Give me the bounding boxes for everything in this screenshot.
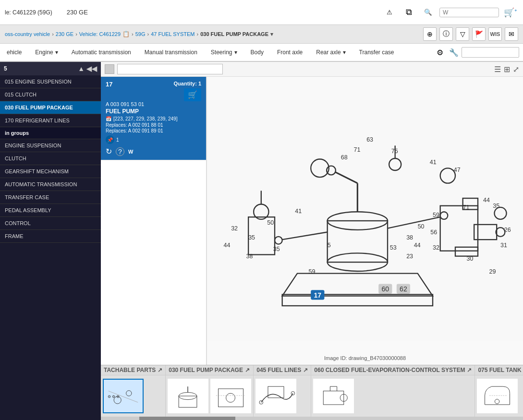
tab-search[interactable] <box>462 47 519 58</box>
tab-manual-transmission[interactable]: Manual transmission <box>138 45 204 60</box>
sidebar-item-clutch[interactable]: 015 CLUTCH <box>0 88 101 101</box>
svg-text:63: 63 <box>366 137 373 144</box>
cart-icon-button[interactable]: 🛒+ <box>503 5 518 20</box>
sidebar-group-gearshift[interactable]: GEARSHIFT MECHANISM <box>0 165 101 178</box>
tab-body[interactable]: Body <box>244 45 270 60</box>
thumb-img-ventilation-1[interactable] <box>477 379 518 413</box>
dropdown-icon[interactable]: ▾ <box>270 31 273 37</box>
tab-vehicle[interactable]: ehicle <box>0 45 28 60</box>
svg-text:71: 71 <box>354 146 361 153</box>
tab-steering[interactable]: Steering ▾ <box>204 45 244 60</box>
sidebar-group-clutch[interactable]: CLUTCH <box>0 152 101 165</box>
sidebar-collapse-up[interactable]: ▲ <box>78 65 85 72</box>
breadcrumb-current: 030 FUEL PUMP PACKAGE ▾ <box>200 31 273 37</box>
thumb-img-fuel-lines-1[interactable] <box>255 379 296 413</box>
thumb-img-fuel-pump-2[interactable] <box>210 379 251 413</box>
mail-button[interactable]: ✉ <box>505 27 518 41</box>
calendar-icon: 📅 <box>106 116 111 121</box>
list-view-icon[interactable]: ☰ <box>494 65 501 74</box>
parts-color-swatch <box>105 64 114 74</box>
info-button[interactable]: ⓘ <box>439 27 453 41</box>
grid-view-icon[interactable]: ⊞ <box>504 65 510 74</box>
top-bar: le: C461229 (59G) 230 GE ⚠ ⧉ 🔍 🛒+ <box>0 0 523 25</box>
thumb-external-link-1[interactable]: ↗ <box>158 367 162 373</box>
part-code: A 003 091 53 01 <box>106 101 201 107</box>
tab-automatic-transmission[interactable]: Automatic transmission <box>65 45 138 60</box>
svg-text:50: 50 <box>267 219 274 226</box>
sidebar-items: 015 ENGINE SUSPENSION 015 CLUTCH 030 FUE… <box>0 75 101 420</box>
search-icon-button[interactable]: 🔍 <box>420 5 436 20</box>
thumb-img-evaporation-1[interactable] <box>313 379 354 413</box>
breadcrumb-cross-country[interactable]: oss-country vehicle <box>5 31 50 37</box>
thumb-images-evaporation <box>311 375 474 417</box>
tab-transfer-case[interactable]: Transfer case <box>353 45 401 60</box>
expand-icon[interactable]: ⤢ <box>513 65 519 74</box>
tab-front-axle[interactable]: Front axle <box>270 45 309 60</box>
sidebar-group-frame[interactable]: FRAME <box>0 230 101 243</box>
tab-engine[interactable]: Engine ▾ <box>28 45 64 60</box>
breadcrumb-59g[interactable]: 59G <box>135 31 146 37</box>
thumb-img-fuel-pump-1[interactable] <box>168 379 208 413</box>
warning-icon-button[interactable]: ⚠ <box>382 5 397 20</box>
thumb-images-attachable: ⚙ ⚙ ⚙ <box>101 375 165 417</box>
gear-icon[interactable]: ⚙ <box>434 48 446 57</box>
sidebar-group-pedal[interactable]: PEDAL ASSEMBLY <box>0 204 101 217</box>
sidebar-group-engine-suspension[interactable]: ENGINE SUSPENSION <box>0 139 101 152</box>
zoom-in-button[interactable]: ⊕ <box>423 27 437 41</box>
parts-list: 17 Quantity: 1 🛒 A 003 091 53 01 FUEL PU… <box>101 77 207 365</box>
thumb-img-attachable-1[interactable]: ⚙ ⚙ ⚙ <box>103 379 144 413</box>
tab-rear-axle[interactable]: Rear axle ▾ <box>309 45 352 60</box>
refresh-icon[interactable]: ↻ <box>106 147 112 156</box>
diagram-area: 68 71 75 63 41 47 44 35 26 31 30 29 32 2… <box>207 77 523 365</box>
svg-text:44: 44 <box>414 242 421 249</box>
rear-axle-dropdown-icon: ▾ <box>343 49 346 56</box>
breadcrumb: oss-country vehicle › 230 GE › Vehicle: … <box>0 25 523 44</box>
breadcrumb-230ge[interactable]: 230 GE <box>56 31 73 37</box>
svg-text:60: 60 <box>381 285 389 293</box>
flag-button[interactable]: 🚩 <box>472 27 486 41</box>
svg-text:26: 26 <box>504 227 511 234</box>
svg-text:47: 47 <box>454 167 461 173</box>
breadcrumb-fuel-system[interactable]: 47 FUEL SYSTEM <box>151 31 195 37</box>
h-scrollbar[interactable] <box>101 417 523 420</box>
sidebar-item-refrigerant[interactable]: 170 REFRIGERANT LINES <box>0 114 101 127</box>
bottom-thumbnails-bar: TACHABLE PARTS ↗ ⚙ ⚙ ⚙ 030 FUEL PUMP PAC… <box>101 365 523 417</box>
thumb-label-attachable: TACHABLE PARTS ↗ <box>101 365 165 375</box>
sidebar-group-auto-transmission[interactable]: AUTOMATIC TRANSMISSION <box>0 178 101 191</box>
sidebar-item-engine-suspension[interactable]: 015 ENGINE SUSPENSION <box>0 75 101 88</box>
filter-button[interactable]: ▽ <box>456 27 469 41</box>
warning-icon: ⚠ <box>387 9 392 16</box>
tools-icon[interactable]: 🔧 <box>446 48 462 57</box>
part-replaces-1: Replaces: A 002 091 88 01 <box>106 122 201 128</box>
svg-rect-74 <box>257 380 295 412</box>
thumb-external-link-3[interactable]: ↗ <box>303 367 308 373</box>
parts-search-input[interactable] <box>117 64 223 74</box>
thumb-group-ventilation: 075 FUEL TANK VENTILAT <box>475 365 523 417</box>
tab-search-input[interactable] <box>462 47 519 58</box>
thumb-images-fuel-pump <box>166 375 253 417</box>
sidebar-group-control[interactable]: CONTROL <box>0 217 101 230</box>
copy-icon-button[interactable]: ⧉ <box>401 5 416 20</box>
svg-text:31: 31 <box>500 242 507 249</box>
sidebar-item-fuel-pump[interactable]: 030 FUEL PUMP PACKAGE <box>0 101 101 114</box>
help-icon[interactable]: ? <box>116 147 124 156</box>
model-label: 230 GE <box>67 9 88 16</box>
thumb-label-fuel-lines: 045 FUEL LINES ↗ <box>254 365 311 375</box>
h-scrollbar-thumb[interactable] <box>139 417 235 420</box>
thumb-group-attachable: TACHABLE PARTS ↗ ⚙ ⚙ ⚙ <box>101 365 166 417</box>
wis-button[interactable]: WIS <box>488 27 502 41</box>
svg-text:68: 68 <box>341 154 348 161</box>
breadcrumb-vehicle[interactable]: Vehicle: C461229 <box>79 31 121 37</box>
sidebar-collapse-left[interactable]: ◀◀ <box>86 65 97 72</box>
thumb-external-link-2[interactable]: ↗ <box>245 367 250 373</box>
model-search-input[interactable] <box>443 9 496 16</box>
model-search-box[interactable] <box>439 8 499 17</box>
svg-text:32: 32 <box>433 244 439 251</box>
copy-icon: ⧉ <box>406 7 412 17</box>
svg-text:44: 44 <box>223 242 230 249</box>
wis-doc-icon[interactable]: W <box>128 149 133 155</box>
sidebar-group-transfer-case[interactable]: TRANSFER CASE <box>0 191 101 204</box>
part-item-17[interactable]: 17 Quantity: 1 🛒 A 003 091 53 01 FUEL PU… <box>101 77 206 160</box>
add-to-cart-button[interactable]: 🛒 <box>184 88 201 101</box>
thumb-external-link-4[interactable]: ↗ <box>467 367 472 373</box>
